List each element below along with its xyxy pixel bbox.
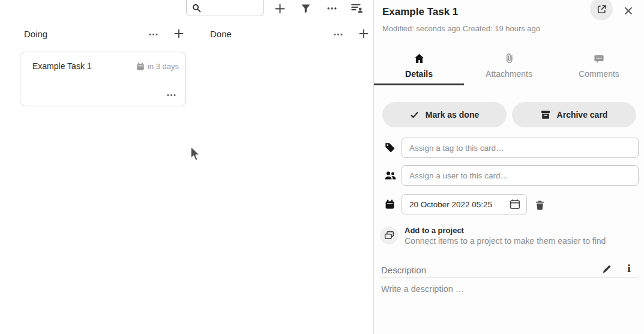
archive-icon bbox=[541, 110, 550, 120]
paperclip-icon bbox=[504, 53, 514, 64]
add-card-button[interactable] bbox=[272, 1, 287, 16]
column-title-doing: Doing bbox=[24, 29, 47, 39]
pop-out-button[interactable] bbox=[590, 0, 613, 20]
tag-field-row bbox=[374, 138, 644, 158]
column-doing-add-button[interactable] bbox=[172, 26, 186, 41]
mark-as-done-label: Mark as done bbox=[426, 110, 479, 120]
more-icon bbox=[148, 29, 158, 40]
description-header: Description i bbox=[381, 263, 639, 278]
calendar-icon bbox=[385, 199, 395, 210]
assign-user-input[interactable] bbox=[402, 165, 639, 186]
edit-description-button[interactable] bbox=[602, 263, 614, 275]
description-label: Description bbox=[381, 265, 426, 275]
column-title-done: Done bbox=[210, 29, 232, 39]
tab-comments[interactable]: Comments bbox=[554, 49, 644, 85]
panel-meta: Modified: seconds ago Created: 19 hours … bbox=[382, 24, 540, 33]
projects-icon bbox=[380, 226, 398, 244]
column-done-add-button[interactable] bbox=[357, 26, 371, 41]
mouse-cursor bbox=[188, 145, 202, 164]
tab-attachments[interactable]: Attachments bbox=[464, 49, 554, 85]
task-card-title: Example Task 1 bbox=[32, 61, 92, 71]
due-date-value: 20 October 2022 05:25 bbox=[409, 200, 505, 209]
tab-attachments-label: Attachments bbox=[486, 69, 532, 79]
comment-icon bbox=[594, 53, 604, 64]
filter-icon bbox=[301, 4, 311, 14]
filter-button[interactable] bbox=[298, 1, 313, 16]
tab-comments-label: Comments bbox=[579, 69, 619, 79]
card-details-panel: Example Task 1 Modified: seconds ago Cre… bbox=[373, 0, 644, 334]
due-date-row: 20 October 2022 05:25 bbox=[374, 194, 644, 214]
panel-tabs: Details Attachments Comments bbox=[374, 49, 644, 85]
task-card-due-label: in 3 days bbox=[148, 62, 179, 71]
user-field-row bbox=[374, 165, 644, 186]
panel-title: Example Task 1 bbox=[382, 6, 458, 18]
search-input-wrapper bbox=[186, 0, 264, 16]
column-done-menu-button[interactable] bbox=[331, 27, 345, 41]
task-card-menu-button[interactable] bbox=[164, 90, 178, 100]
close-icon[interactable] bbox=[622, 5, 634, 17]
task-card-due: in 3 days bbox=[136, 62, 179, 71]
plus-icon bbox=[274, 3, 286, 14]
column-doing-menu-button[interactable] bbox=[146, 27, 160, 41]
tab-details[interactable]: Details bbox=[374, 49, 464, 85]
plus-icon bbox=[173, 28, 184, 39]
pop-out-icon bbox=[597, 4, 607, 14]
more-icon bbox=[333, 29, 343, 40]
plus-icon bbox=[358, 28, 369, 39]
trash-icon bbox=[535, 200, 545, 210]
add-to-project-title: Add to a project bbox=[405, 226, 464, 235]
add-to-project-subtitle: Connect items to a project to make them … bbox=[405, 236, 606, 246]
sort-assignee-icon bbox=[351, 2, 363, 13]
calendar-icon bbox=[136, 62, 145, 71]
users-icon bbox=[385, 171, 396, 180]
archive-card-button[interactable]: Archive card bbox=[512, 102, 636, 127]
kanban-board: Doing Done Example Task 1 in 3 days bbox=[0, 0, 373, 334]
board-menu-button[interactable] bbox=[325, 1, 339, 16]
due-date-picker-button[interactable]: 20 October 2022 05:25 bbox=[402, 194, 527, 214]
sort-assignee-button[interactable] bbox=[350, 1, 364, 15]
search-input[interactable] bbox=[205, 2, 260, 14]
task-card[interactable]: Example Task 1 in 3 days bbox=[20, 52, 186, 106]
add-to-project-row[interactable]: Add to a project Connect items to a proj… bbox=[374, 225, 644, 247]
more-icon bbox=[327, 3, 337, 14]
check-icon bbox=[410, 111, 419, 120]
tag-icon bbox=[385, 142, 395, 153]
pencil-icon bbox=[602, 264, 612, 274]
more-icon bbox=[166, 90, 176, 100]
mark-as-done-button[interactable]: Mark as done bbox=[382, 102, 507, 127]
archive-card-label: Archive card bbox=[557, 110, 608, 120]
assign-tag-input[interactable] bbox=[402, 138, 639, 158]
info-icon[interactable]: i bbox=[624, 262, 634, 275]
tab-details-label: Details bbox=[405, 69, 433, 79]
home-icon bbox=[414, 53, 424, 64]
search-icon bbox=[192, 4, 201, 13]
description-placeholder[interactable]: Write a description … bbox=[381, 284, 464, 294]
calendar-outline-icon bbox=[510, 199, 520, 210]
remove-due-date-button[interactable] bbox=[535, 199, 547, 211]
